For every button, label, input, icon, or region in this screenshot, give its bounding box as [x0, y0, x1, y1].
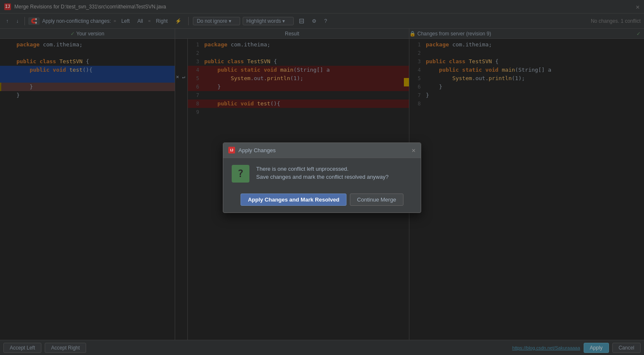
apply-changes-mark-resolved-button[interactable]: Apply Changes and Mark Resolved — [241, 194, 346, 206]
dialog-title: IJ Apply Changes — [228, 147, 276, 153]
continue-merge-button[interactable]: Continue Merge — [350, 194, 403, 206]
dialog-close-button[interactable]: × — [411, 146, 416, 154]
dialog-header: IJ Apply Changes × — [223, 143, 421, 158]
dialog-question-icon: ? — [232, 165, 249, 183]
dialog-overlay: IJ Apply Changes × ? There is one confli… — [0, 0, 644, 355]
dialog-body: ? There is one conflict left unprocessed… — [223, 158, 421, 189]
apply-changes-dialog: IJ Apply Changes × ? There is one confli… — [223, 143, 421, 213]
dialog-app-icon: IJ — [228, 147, 235, 153]
dialog-footer: Apply Changes and Mark Resolved Continue… — [223, 189, 421, 212]
dialog-message: There is one conflict left unprocessed. … — [256, 165, 389, 181]
